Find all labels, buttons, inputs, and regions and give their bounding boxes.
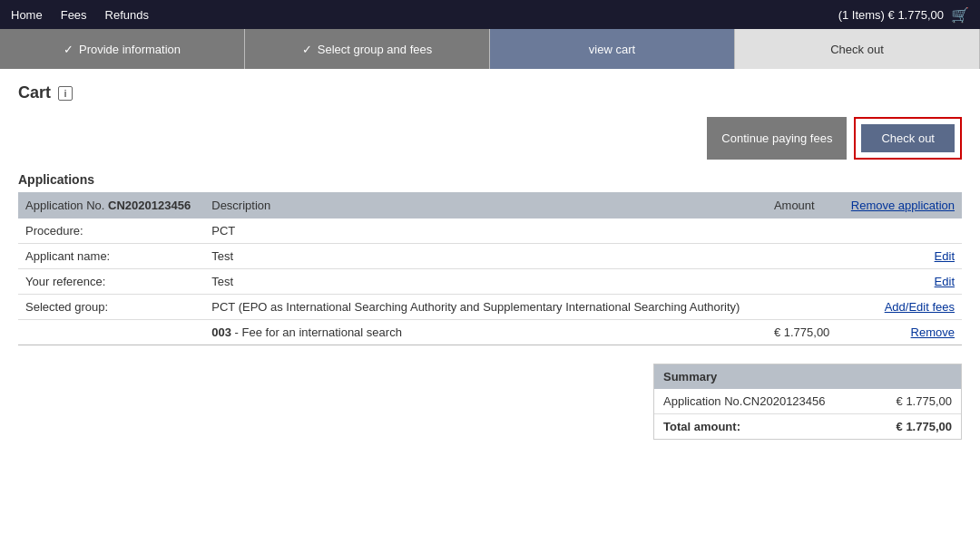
row-action-fee: Remove [839, 320, 962, 345]
row-value-reference: Test [204, 269, 767, 295]
applications-table: Application No. CN2020123456 Description… [18, 192, 962, 345]
cart-title-row: Cart i [18, 83, 962, 102]
action-buttons-row: Continue paying fees Check out [18, 117, 962, 160]
summary-section: Summary Application No.CN2020123456 € 1.… [18, 364, 962, 440]
row-value-fee: 003 - Fee for an international search [204, 320, 767, 345]
cart-icon[interactable]: 🛒 [951, 6, 969, 24]
cart-info-text: (1 Items) € 1.775,00 [838, 8, 944, 22]
row-value-applicant: Test [204, 244, 767, 269]
row-action-procedure [839, 218, 962, 244]
step-select-group[interactable]: ✓ Select group and fees [245, 29, 490, 69]
step-check-2: ✓ [302, 43, 312, 56]
row-label-group: Selected group: [18, 295, 204, 320]
edit-applicant-link[interactable]: Edit [935, 249, 955, 263]
step-check-1: ✓ [64, 43, 74, 56]
row-action-group: Add/Edit fees [839, 295, 962, 320]
col-app-no: Application No. CN2020123456 [18, 192, 204, 218]
col-amount: Amount [767, 192, 839, 218]
row-value-procedure: PCT [204, 218, 767, 244]
row-label-procedure: Procedure: [18, 218, 204, 244]
row-amount-applicant [767, 244, 839, 269]
step-label-1: Provide information [79, 43, 181, 56]
summary-header: Summary [654, 364, 961, 389]
step-checkout[interactable]: Check out [735, 29, 980, 69]
table-row: 003 - Fee for an international search € … [18, 320, 962, 345]
edit-reference-link[interactable]: Edit [935, 275, 955, 288]
summary-box: Summary Application No.CN2020123456 € 1.… [653, 364, 962, 440]
step-view-cart[interactable]: view cart [490, 29, 735, 69]
summary-row-app: Application No.CN2020123456 € 1.775,00 [654, 389, 961, 414]
row-amount-reference [767, 269, 839, 295]
nav-home[interactable]: Home [11, 8, 43, 22]
fee-code: 003 [211, 325, 231, 339]
summary-total-row: Total amount: € 1.775,00 [654, 414, 961, 439]
app-no-label: Application No. CN2020123456 [25, 199, 191, 212]
fee-desc-separator: - [235, 325, 242, 339]
row-value-group: PCT (EPO as International Searching Auth… [204, 295, 767, 320]
row-action-applicant: Edit [839, 244, 962, 269]
top-nav: Home Fees Refunds (1 Items) € 1.775,00 🛒 [0, 0, 980, 29]
nav-links: Home Fees Refunds [11, 8, 149, 22]
step-bar: ✓ Provide information ✓ Select group and… [0, 29, 980, 69]
summary-app-amount: € 1.775,00 [897, 394, 952, 408]
add-edit-fees-link[interactable]: Add/Edit fees [885, 300, 955, 314]
step-label-2: Select group and fees [318, 43, 432, 56]
step-label-3: view cart [589, 43, 635, 56]
page-title: Cart [18, 83, 51, 102]
fee-desc: Fee for an international search [242, 325, 402, 339]
col-description: Description [204, 192, 767, 218]
cart-info-icon[interactable]: i [58, 86, 73, 101]
row-label-fee [18, 320, 204, 345]
row-amount-group [767, 295, 839, 320]
applications-section-title: Applications [18, 172, 962, 187]
row-label-applicant: Applicant name: [18, 244, 204, 269]
col-remove: Remove application [839, 192, 962, 218]
step-label-4: Check out [830, 43, 884, 56]
summary-app-label: Application No.CN2020123456 [663, 394, 826, 408]
remove-fee-link[interactable]: Remove [911, 325, 955, 339]
table-row: Procedure: PCT [18, 218, 962, 244]
row-amount-procedure [767, 218, 839, 244]
table-row: Applicant name: Test Edit [18, 244, 962, 269]
row-action-reference: Edit [839, 269, 962, 295]
checkout-highlight-box: Check out [854, 117, 962, 160]
nav-fees[interactable]: Fees [61, 8, 87, 22]
main-content: Cart i Continue paying fees Check out Ap… [0, 69, 980, 454]
cart-summary: (1 Items) € 1.775,00 🛒 [838, 6, 969, 24]
checkout-button[interactable]: Check out [861, 124, 955, 152]
continue-paying-button[interactable]: Continue paying fees [707, 117, 847, 160]
summary-total-amount: € 1.775,00 [897, 420, 952, 433]
app-no-value: CN2020123456 [108, 199, 191, 212]
summary-total-label: Total amount: [663, 420, 740, 433]
table-row: Your reference: Test Edit [18, 269, 962, 295]
row-label-reference: Your reference: [18, 269, 204, 295]
remove-application-link[interactable]: Remove application [851, 199, 955, 212]
step-provide-info[interactable]: ✓ Provide information [0, 29, 245, 69]
nav-refunds[interactable]: Refunds [105, 8, 149, 22]
table-row: Selected group: PCT (EPO as Internationa… [18, 295, 962, 320]
row-amount-fee: € 1.775,00 [767, 320, 839, 345]
